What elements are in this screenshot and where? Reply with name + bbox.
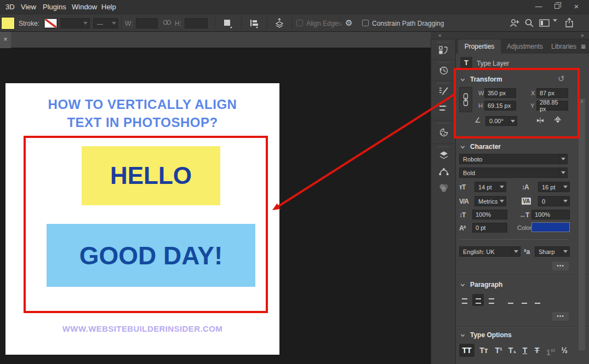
font-style-select[interactable]: Bold xyxy=(459,167,568,178)
shape-width-label: W: xyxy=(125,20,133,27)
text-color-swatch[interactable] xyxy=(531,222,570,232)
align-right-button[interactable] xyxy=(484,294,496,306)
leading-value: 16 pt xyxy=(542,184,561,190)
font-size-select[interactable]: 14 pt xyxy=(474,182,506,192)
vertical-scale-input[interactable]: 100% xyxy=(472,210,507,219)
menu-3d[interactable]: 3D xyxy=(5,0,15,14)
fill-color-swatch[interactable] xyxy=(1,17,15,30)
collapse-paragraph-icon[interactable] xyxy=(461,282,465,286)
brushes-panel-icon[interactable] xyxy=(438,103,449,114)
link-dimensions-icon[interactable] xyxy=(162,19,172,28)
stroke-color-swatch[interactable] xyxy=(44,18,58,28)
path-alignment-button[interactable] xyxy=(246,17,262,30)
leading-select[interactable]: 16 pt xyxy=(538,182,570,192)
tracking-select[interactable]: 0 xyxy=(538,196,570,206)
stroke-width-select[interactable] xyxy=(60,18,90,28)
menu-view[interactable]: View xyxy=(21,0,36,14)
character-more-options-button[interactable]: ••• xyxy=(552,262,569,270)
chevron-down-icon xyxy=(497,182,506,192)
justify-last-right-button[interactable] xyxy=(530,294,542,306)
justify-last-left-button[interactable] xyxy=(506,294,518,306)
ordinal-base: 1 xyxy=(546,348,551,357)
path-operations-button[interactable] xyxy=(220,17,236,30)
layers-panel-icon[interactable] xyxy=(438,150,449,161)
collapse-dock-icon[interactable]: « xyxy=(438,32,442,38)
clone-source-panel-icon[interactable] xyxy=(438,45,449,56)
shape-width-input[interactable] xyxy=(136,18,158,28)
chevron-down-icon[interactable] xyxy=(553,22,557,32)
workspace-icon[interactable] xyxy=(539,19,550,30)
font-family-select[interactable]: Roboto xyxy=(459,154,568,164)
tab-adjustments[interactable]: Adjustments xyxy=(502,39,548,54)
align-left-button[interactable] xyxy=(460,294,472,306)
annotation-rectangle-transform xyxy=(454,68,580,138)
divider xyxy=(431,143,455,144)
subscript-button[interactable]: T₁ xyxy=(506,344,518,357)
invite-user-icon[interactable] xyxy=(510,18,521,30)
small-caps-button[interactable]: Tᴛ xyxy=(477,344,491,357)
grip xyxy=(437,146,449,147)
expand-panel-icon[interactable]: » xyxy=(581,32,584,38)
ordinals-button[interactable]: 1st xyxy=(544,344,558,357)
annotation-rectangle-canvas xyxy=(24,136,268,313)
menu-help[interactable]: Help xyxy=(101,0,116,14)
menu-plugins[interactable]: Plugins xyxy=(43,0,66,14)
chevron-down-icon xyxy=(497,197,506,206)
grip xyxy=(437,83,449,84)
document-tab-close-icon[interactable]: × xyxy=(0,32,11,48)
divider xyxy=(241,16,242,30)
font-size-icon: ᴛT xyxy=(459,183,465,191)
constrain-path-dragging-checkbox[interactable] xyxy=(362,20,369,26)
chevron-down-icon xyxy=(512,247,520,256)
baseline-shift-input[interactable]: 0 pt xyxy=(472,223,507,233)
justify-last-left-icon xyxy=(508,296,516,304)
align-edges-checkbox[interactable] xyxy=(296,20,303,26)
tab-properties[interactable]: Properties xyxy=(458,39,501,54)
collapse-character-icon[interactable] xyxy=(461,145,465,148)
menu-bar: 3D View Plugins Window Help — × xyxy=(0,0,589,14)
superscript-button[interactable]: T¹ xyxy=(492,344,505,357)
restore-button-icon[interactable] xyxy=(548,0,565,13)
tab-libraries[interactable]: Libraries xyxy=(548,39,580,54)
panel-menu-icon[interactable]: ≡ xyxy=(581,42,586,51)
divider xyxy=(431,80,455,80)
close-button-icon[interactable]: × xyxy=(568,0,585,13)
fractions-button[interactable]: ½ xyxy=(559,344,570,357)
divider xyxy=(267,16,267,30)
kerning-select[interactable]: Metrics xyxy=(474,196,506,206)
gear-icon[interactable]: ⚙ xyxy=(345,18,352,28)
paragraph-more-options-button[interactable]: ••• xyxy=(552,312,569,321)
stroke-type-select[interactable]: — xyxy=(93,18,118,28)
justify-last-center-button[interactable] xyxy=(518,294,530,306)
search-icon[interactable] xyxy=(524,18,534,30)
tracking-icon: VA xyxy=(522,198,531,205)
collapse-type-options-icon[interactable] xyxy=(461,333,465,337)
language-value: English: UK xyxy=(463,249,512,255)
channels-panel-icon[interactable] xyxy=(438,182,449,193)
type-layer-badge: T xyxy=(460,57,472,69)
path-arrangement-button[interactable] xyxy=(271,17,288,30)
document-title: HOW TO VERTICALLY ALIGN TEXT IN PHOTOSHO… xyxy=(5,95,279,131)
layer-type-label: Type Layer xyxy=(477,60,509,67)
minimize-button-icon[interactable]: — xyxy=(530,0,547,13)
language-select[interactable]: English: UK xyxy=(459,246,521,257)
share-icon[interactable] xyxy=(564,18,574,30)
chevron-down-icon xyxy=(561,247,569,256)
paths-panel-icon[interactable] xyxy=(438,166,449,177)
shape-height-input[interactable] xyxy=(185,18,208,28)
strikethrough-button[interactable]: T xyxy=(531,344,542,357)
text-color-label: Color xyxy=(517,224,531,231)
all-caps-button[interactable]: TT xyxy=(459,344,474,357)
history-panel-icon[interactable] xyxy=(438,65,449,76)
horizontal-scale-icon: ↔T xyxy=(519,211,529,219)
path-alignment-icon xyxy=(249,19,259,28)
align-center-button[interactable] xyxy=(472,294,484,306)
anti-alias-select[interactable]: Sharp xyxy=(535,246,570,257)
menu-window[interactable]: Window xyxy=(72,0,97,14)
brush-settings-panel-icon[interactable] xyxy=(438,86,449,97)
swatches-panel-icon[interactable] xyxy=(438,127,449,138)
section-divider xyxy=(456,326,589,327)
underline-button[interactable]: T xyxy=(519,344,530,357)
horizontal-scale-input[interactable]: 100% xyxy=(531,210,570,219)
justify-all-button[interactable] xyxy=(551,294,563,306)
